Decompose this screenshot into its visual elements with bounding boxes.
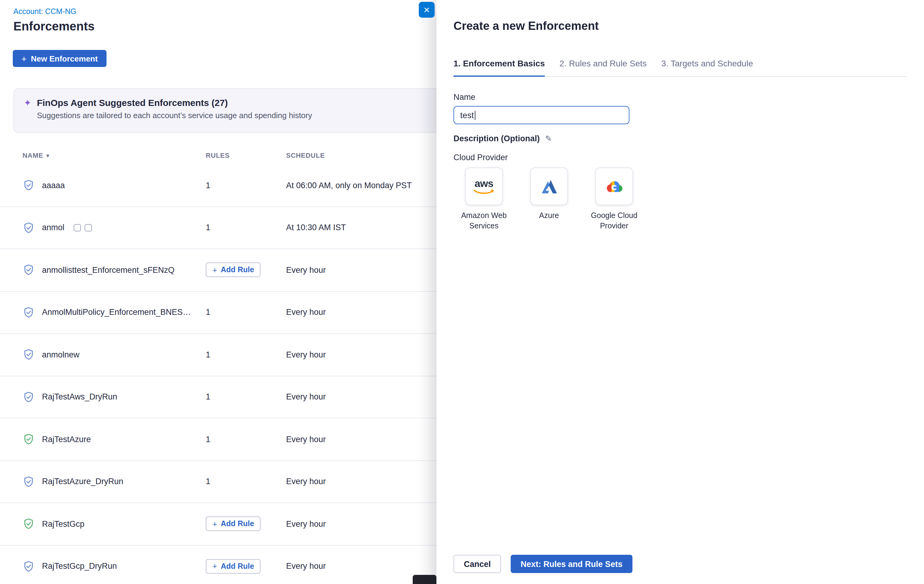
close-button[interactable]: ✕ <box>419 2 435 18</box>
shield-check-icon <box>23 179 35 192</box>
cloud-provider-options: aws Amazon Web Services Azu <box>454 167 907 232</box>
row-rules: +Add Rule <box>206 559 286 574</box>
sort-caret-icon: ▾ <box>46 152 50 159</box>
drawer-footer: Cancel Next: Rules and Rule Sets <box>454 555 632 573</box>
provider-label-aws: Amazon Web Services <box>454 211 514 232</box>
badge-icon <box>74 224 81 232</box>
row-rules: 1 <box>206 181 286 190</box>
name-input[interactable]: test <box>454 106 629 124</box>
enforcement-name: RajTestAzure_DryRun <box>42 477 123 486</box>
shield-check-icon <box>23 476 35 488</box>
row-rules: 1 <box>206 308 286 317</box>
badge-icon <box>84 224 92 232</box>
drawer-title: Create a new Enforcement <box>454 20 907 33</box>
gcp-logo <box>604 176 625 197</box>
azure-logo <box>540 177 558 196</box>
provider-card-azure[interactable]: Azure <box>519 167 579 232</box>
screen: Account: CCM-NG Enforcements + New Enfor… <box>0 0 924 584</box>
cloud-provider-label: Cloud Provider <box>454 153 907 162</box>
enforcement-name: RajTestAzure <box>42 435 91 444</box>
suggestions-card-subtitle: Suggestions are tailored to each account… <box>37 111 312 120</box>
shield-check-icon <box>23 349 35 361</box>
row-rules: +Add Rule <box>206 517 286 531</box>
provider-card-aws[interactable]: aws Amazon Web Services <box>454 167 514 232</box>
row-rules: 1 <box>206 392 286 402</box>
shield-check-icon <box>23 222 35 234</box>
column-name-header[interactable]: NAME ▾ <box>23 152 206 159</box>
row-rules: 1 <box>206 350 286 359</box>
add-rule-button[interactable]: +Add Rule <box>206 559 261 574</box>
enforcement-name: RajTestGcp <box>42 519 84 529</box>
tab-enforcement-basics[interactable]: 1. Enforcement Basics <box>454 58 545 77</box>
drawer-tabs: 1. Enforcement Basics 2. Rules and Rule … <box>454 58 907 77</box>
cancel-button[interactable]: Cancel <box>454 555 501 573</box>
breadcrumb[interactable]: Account: CCM-NG <box>13 7 76 16</box>
text-caret <box>475 111 475 120</box>
provider-label-azure: Azure <box>539 211 559 221</box>
suggestions-card-title: FinOps Agent Suggested Enforcements (27) <box>37 98 312 108</box>
name-input-value: test <box>460 110 474 120</box>
shield-check-icon <box>23 306 35 318</box>
name-label: Name <box>454 93 907 102</box>
tab-targets-and-schedule[interactable]: 3. Targets and Schedule <box>662 58 753 76</box>
row-rules: 1 <box>206 223 286 232</box>
sparkle-icon: ✦ <box>24 98 31 124</box>
shield-check-icon <box>23 560 35 572</box>
plus-icon: + <box>213 520 217 528</box>
enforcement-name: anmol <box>42 223 64 232</box>
enforcement-name: anmolnew <box>42 350 79 359</box>
plus-icon: + <box>213 562 217 570</box>
row-rules: +Add Rule <box>206 263 286 277</box>
tab-rules-and-rule-sets[interactable]: 2. Rules and Rule Sets <box>559 58 647 76</box>
row-rules: 1 <box>206 477 286 486</box>
plus-icon: + <box>21 54 27 63</box>
shield-check-icon <box>23 391 35 403</box>
enforcement-name: RajTestAws_DryRun <box>42 392 117 402</box>
page-title: Enforcements <box>13 20 95 33</box>
add-rule-button[interactable]: +Add Rule <box>206 517 261 531</box>
enforcement-name: AnmolMultiPolicy_Enforcement_BNESsD <box>42 308 192 317</box>
plus-icon: + <box>213 266 217 274</box>
description-label: Description (Optional) <box>454 134 540 143</box>
shield-check-icon <box>23 518 35 530</box>
new-enforcement-label: New Enforcement <box>31 54 98 63</box>
enforcement-name: anmollisttest_Enforcement_sFENzQ <box>42 266 174 275</box>
new-enforcement-button[interactable]: + New Enforcement <box>13 50 106 67</box>
column-rules-header: RULES <box>206 152 286 159</box>
next-button[interactable]: Next: Rules and Rule Sets <box>511 555 632 573</box>
shield-check-icon <box>23 264 35 276</box>
add-rule-button[interactable]: +Add Rule <box>206 263 261 277</box>
edit-icon[interactable]: ✎ <box>545 134 552 143</box>
aws-logo: aws <box>474 178 494 195</box>
row-rules: 1 <box>206 435 286 444</box>
close-icon: ✕ <box>423 5 430 14</box>
row-badges <box>74 224 92 232</box>
provider-card-gcp[interactable]: Google Cloud Provider <box>584 167 645 232</box>
enforcement-name: RajTestGcp_DryRun <box>42 562 117 571</box>
floating-widget-partial <box>413 575 436 584</box>
create-enforcement-drawer: ✕ Create a new Enforcement 1. Enforcemen… <box>436 0 924 584</box>
shield-check-icon <box>23 433 35 445</box>
enforcement-name: aaaaa <box>42 181 65 190</box>
provider-label-gcp: Google Cloud Provider <box>584 211 645 232</box>
